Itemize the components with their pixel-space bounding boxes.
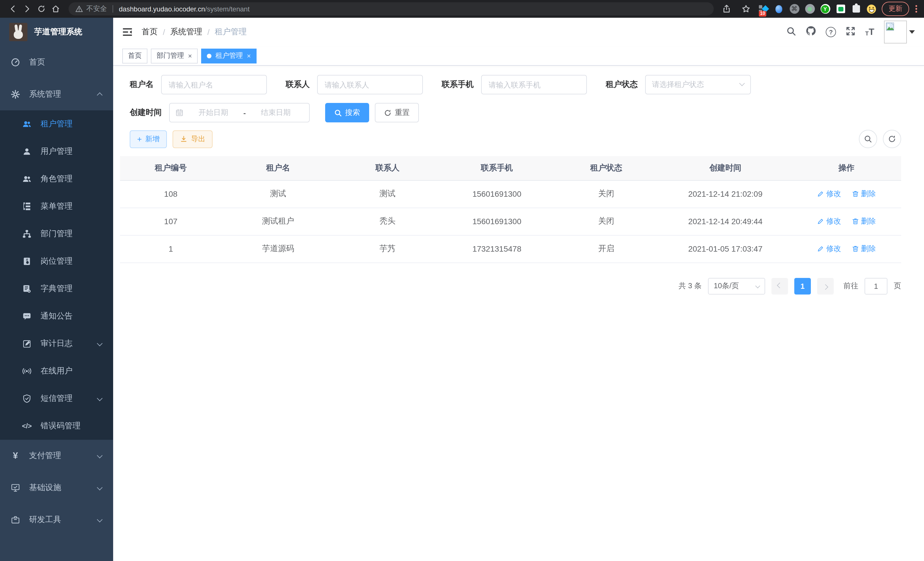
current-page-button[interactable]: 1 [794,278,811,294]
add-button[interactable]: + 新增 [130,130,167,148]
extension-balloon-icon[interactable] [774,4,784,14]
export-button[interactable]: 导出 [172,130,213,148]
close-icon[interactable]: × [247,52,251,59]
edit-icon [817,218,824,225]
navbar-actions: ? TT [786,21,915,44]
tab-home[interactable]: 首页 [122,48,147,63]
browser-update-button[interactable]: 更新 [882,2,909,16]
phone-input[interactable] [481,75,587,94]
page-unit-label: 页 [894,281,901,291]
help-icon[interactable]: ? [826,27,836,37]
system-submenu: 租户管理 用户管理 角色管理 [0,110,113,440]
github-icon[interactable] [806,26,816,38]
sidebar-item-payment[interactable]: ¥ 支付管理 [0,440,113,472]
extension-command-icon[interactable]: ⌘ [789,4,800,14]
sidebar-collapse-icon[interactable] [122,27,133,37]
extensions-puzzle-icon[interactable] [851,4,861,14]
edit-link[interactable]: 修改 [817,189,841,199]
reset-button[interactable]: 重置 [375,103,419,122]
reload-icon[interactable] [34,2,49,16]
sidebar-item-audit-log[interactable]: 审计日志 [0,330,113,357]
col-create-time: 创建时间 [659,156,792,180]
toggle-search-icon[interactable] [859,130,877,148]
goto-page-input[interactable] [865,278,887,294]
search-icon [334,109,342,116]
breadcrumb-home[interactable]: 首页 [142,27,158,37]
dictionary-icon [22,284,32,293]
prev-page-button[interactable] [771,278,788,294]
org-chart-icon [22,229,32,238]
share-icon[interactable] [719,2,734,16]
breadcrumb-system[interactable]: 系统管理 [170,27,202,37]
forward-icon[interactable] [20,2,34,16]
browser-menu-icon[interactable] [914,4,918,14]
pagination: 共 3 条 10条/页 1 前往 页 [120,278,917,294]
next-page-button[interactable] [817,278,834,294]
sidebar-item-system[interactable]: 系统管理 [0,78,113,110]
chevron-down-icon [97,396,103,401]
sidebar-item-dict[interactable]: 字典管理 [0,275,113,302]
fullscreen-icon[interactable] [846,26,855,38]
sidebar-item-menu[interactable]: 菜单管理 [0,193,113,220]
close-icon[interactable]: × [188,52,192,59]
sidebar-item-home[interactable]: 首页 [0,46,113,78]
sidebar-item-dept[interactable]: 部门管理 [0,220,113,248]
caret-down-icon [909,30,915,34]
tenant-table: 租户编号 租户名 联系人 联系手机 租户状态 创建时间 操作 108 测试 [120,156,901,263]
sidebar-item-dev-tools[interactable]: 研发工具 [0,504,113,536]
edit-link[interactable]: 修改 [817,244,841,254]
extension-yudao-icon[interactable]: Y [820,4,830,14]
app-title: 芋道管理系统 [34,27,82,37]
back-icon[interactable] [6,2,20,16]
sidebar-item-role[interactable]: 角色管理 [0,165,113,193]
page-size-select[interactable]: 10条/页 [708,278,765,294]
sidebar-item-infra[interactable]: 基础设施 [0,472,113,504]
sidebar-item-notice[interactable]: 通知公告 [0,302,113,330]
tab-dept[interactable]: 部门管理 × [151,48,198,63]
contact-input[interactable] [317,75,423,94]
warning-icon [75,5,83,13]
tenant-name-input[interactable] [161,75,267,94]
tab-tenant[interactable]: 租户管理 × [201,48,256,63]
chevron-right-icon [823,284,828,290]
sidebar-item-post[interactable]: 岗位管理 [0,248,113,275]
status-select[interactable]: 请选择租户状态 [645,75,751,94]
security-label: 不安全 [86,4,107,14]
chevron-down-icon [97,453,103,458]
extension-recorder-icon[interactable] [805,4,815,14]
header-search-icon[interactable] [786,26,796,38]
refresh-icon [384,109,392,116]
extension-chat-icon[interactable] [836,4,846,14]
col-phone: 联系手机 [440,156,554,180]
extension-tag-manager-icon[interactable]: 10 [758,4,769,14]
chevron-left-icon [777,282,783,288]
sidebar-item-online-user[interactable]: 在线用户 [0,357,113,385]
yen-icon: ¥ [10,451,21,461]
id-badge-icon [22,257,32,266]
date-range-picker[interactable]: 开始日期 - 结束日期 [169,103,310,122]
bookmark-star-icon[interactable] [739,2,753,16]
sidebar-item-tenant[interactable]: 租户管理 [0,110,113,138]
font-size-icon[interactable]: TT [865,27,874,37]
delete-link[interactable]: 删除 [852,244,876,254]
sidebar-item-user[interactable]: 用户管理 [0,138,113,165]
user-icon [22,147,32,156]
security-chip[interactable]: 不安全 [75,4,107,14]
col-actions: 操作 [792,156,901,180]
search-button[interactable]: 搜索 [325,103,369,122]
goto-label: 前往 [843,281,858,291]
trash-icon [852,218,859,225]
delete-link[interactable]: 删除 [852,216,876,226]
refresh-table-icon[interactable] [883,130,901,148]
sidebar-item-error-code[interactable]: </> 错误码管理 [0,412,113,440]
url-bar[interactable]: 不安全 dashboard.yudao.iocoder.cn/system/te… [69,2,714,15]
shield-check-icon [22,394,32,403]
profile-emoji-icon[interactable] [866,4,877,14]
avatar-dropdown[interactable] [884,21,915,44]
status-label: 租户状态 [606,80,638,90]
home-icon[interactable] [49,2,63,16]
col-tenant-id: 租户编号 [120,156,221,180]
sidebar-item-sms[interactable]: 短信管理 [0,385,113,412]
delete-link[interactable]: 删除 [852,189,876,199]
edit-link[interactable]: 修改 [817,216,841,226]
